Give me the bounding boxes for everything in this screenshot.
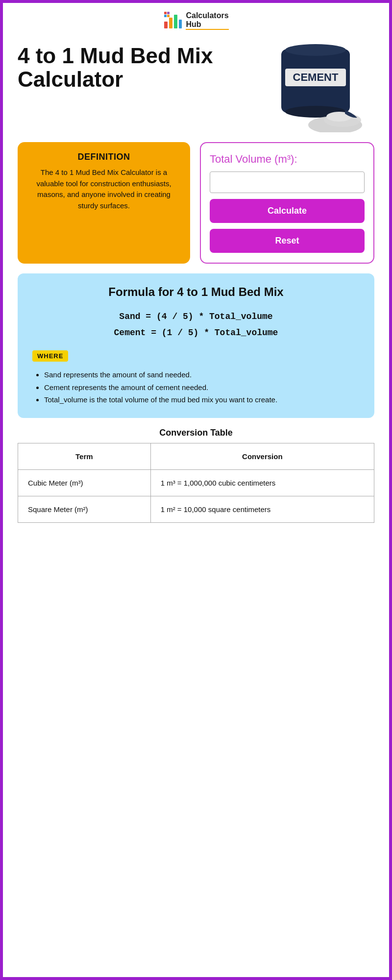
conversion-table-title: Conversion Table: [18, 428, 374, 438]
svg-rect-0: [164, 22, 168, 28]
definition-text: The 4 to 1 Mud Bed Mix Calculator is a v…: [26, 167, 181, 211]
svg-rect-5: [167, 12, 170, 14]
calculate-button[interactable]: Calculate: [210, 199, 365, 223]
definition-title: DEFINITION: [26, 152, 181, 162]
formula-list: Sand represents the amount of sand neede…: [32, 368, 360, 406]
logo-icon: [163, 11, 183, 30]
calculator-box: Total Volume (m³): Calculate Reset: [200, 142, 374, 264]
logo-hub-text: Hub: [186, 20, 228, 29]
volume-input[interactable]: [210, 172, 365, 193]
logo-calculators-text: Calculators: [186, 11, 228, 20]
svg-rect-1: [169, 18, 172, 28]
logo: Calculators Hub: [163, 11, 228, 30]
formula-lines: Sand = (4 / 5) * Total_volume Cement = (…: [32, 309, 360, 341]
formula-list-item: Total_volume is the total volume of the …: [44, 393, 360, 406]
formula-title: Formula for 4 to 1 Mud Bed Mix: [32, 285, 360, 299]
formula-list-item: Sand represents the amount of sand neede…: [44, 368, 360, 381]
table-cell-term-0: Cubic Meter (m³): [18, 469, 151, 496]
table-cell-conversion-1: 1 m² = 10,000 square centimeters: [150, 496, 374, 522]
logo-text: Calculators Hub: [186, 11, 228, 29]
svg-text:CEMENT: CEMENT: [293, 71, 339, 83]
svg-rect-7: [167, 15, 170, 17]
formula-section: Formula for 4 to 1 Mud Bed Mix Sand = (4…: [18, 273, 374, 417]
formula-list-item: Cement represents the amount of cement n…: [44, 381, 360, 394]
table-cell-conversion-0: 1 m³ = 1,000,000 cubic centimeters: [150, 469, 374, 496]
conversion-table: Term Conversion Cubic Meter (m³) 1 m³ = …: [18, 443, 374, 523]
middle-section: DEFINITION The 4 to 1 Mud Bed Mix Calcul…: [3, 132, 389, 273]
table-cell-term-1: Square Meter (m²): [18, 496, 151, 522]
where-badge: WHERE: [32, 350, 68, 362]
table-header-conversion: Conversion: [150, 443, 374, 469]
header: Calculators Hub: [3, 3, 389, 34]
table-row: Cubic Meter (m³) 1 m³ = 1,000,000 cubic …: [18, 469, 374, 496]
calculator-label: Total Volume (m³):: [210, 153, 297, 166]
cement-bag-svg: CEMENT: [267, 34, 374, 132]
formula-line1: Sand = (4 / 5) * Total_volume: [32, 309, 360, 324]
conversion-section: Conversion Table Term Conversion Cubic M…: [18, 428, 374, 523]
cement-bag-image: CEMENT: [267, 34, 374, 132]
table-header-term: Term: [18, 443, 151, 469]
svg-rect-6: [164, 15, 167, 17]
hero-section: 4 to 1 Mud Bed Mix Calculator CEMENT: [3, 34, 389, 132]
reset-button[interactable]: Reset: [210, 229, 365, 253]
definition-box: DEFINITION The 4 to 1 Mud Bed Mix Calcul…: [18, 142, 190, 264]
page-title: 4 to 1 Mud Bed Mix Calculator: [18, 39, 257, 92]
table-row: Square Meter (m²) 1 m² = 10,000 square c…: [18, 496, 374, 522]
table-header-row: Term Conversion: [18, 443, 374, 469]
svg-point-9: [285, 44, 346, 56]
svg-rect-3: [179, 20, 182, 28]
svg-rect-4: [164, 12, 167, 14]
formula-line2: Cement = (1 / 5) * Total_volume: [32, 325, 360, 341]
svg-rect-2: [174, 15, 177, 28]
